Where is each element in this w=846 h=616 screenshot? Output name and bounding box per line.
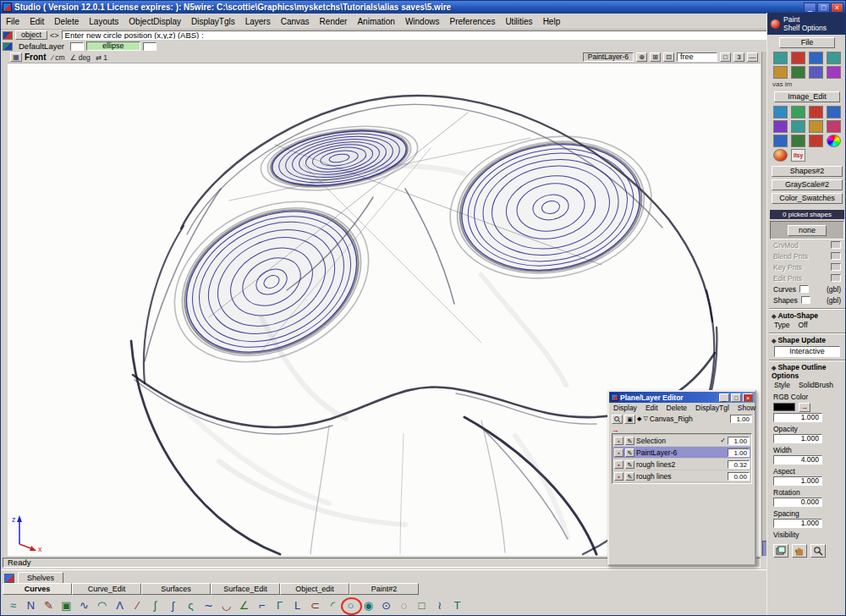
channels-icon[interactable] — [791, 135, 805, 147]
menu-windows[interactable]: Windows — [400, 15, 445, 28]
menu-utilities[interactable]: Utilities — [500, 15, 537, 28]
default-layer-button[interactable]: DefaultLayer — [15, 41, 68, 51]
menu-displaytgls[interactable]: DisplayTgls — [186, 15, 240, 28]
open-shelf-icon[interactable] — [773, 52, 788, 64]
gbl-checkbox[interactable] — [801, 296, 810, 304]
viewport-menu-icon[interactable]: ▦ — [10, 52, 22, 62]
menu-edit[interactable]: Edit — [25, 15, 49, 28]
image-edit-tab[interactable]: Image_Edit — [774, 91, 840, 102]
layer-visibility-toggle[interactable]: ▪ — [614, 437, 624, 445]
hand-pan-icon[interactable] — [792, 544, 807, 558]
layer-paint-toggle[interactable]: ✎ — [625, 448, 634, 457]
layer-opacity-value[interactable]: 1.00 — [728, 448, 750, 457]
layer-editor-menu-displaytgl[interactable]: DisplayTgl — [691, 404, 733, 412]
zoom-in-icon[interactable]: ⊕ — [636, 52, 647, 62]
paint-layer-badge[interactable]: PaintLayer-6 — [583, 52, 634, 62]
prompt-mode-icon[interactable] — [3, 31, 13, 40]
width-value-field[interactable]: 4.000 — [773, 455, 822, 465]
export-file-icon[interactable] — [827, 52, 841, 64]
layer-editor-close-button[interactable]: × — [743, 393, 753, 402]
layer-editor-maximize-button[interactable]: □ — [731, 393, 741, 402]
layer-visibility-toggle[interactable]: ▪ — [614, 460, 624, 469]
shelves-tab[interactable]: Shelves — [18, 572, 63, 583]
shear-icon[interactable] — [809, 106, 823, 118]
layer-editor-titlebar[interactable]: Plane/Layer Editor _ □ × — [609, 392, 755, 403]
shelf-window-icon[interactable] — [4, 574, 14, 583]
layer-opacity-value[interactable]: 0.00 — [728, 472, 750, 481]
viewport-page-button[interactable]: 3 — [733, 52, 744, 62]
open-arc-tool[interactable]: ⊂ — [306, 597, 324, 613]
shelf-tab-surface_edit[interactable]: Surface_Edit — [211, 583, 280, 595]
window-titlebar[interactable]: Studio ( Version 12.0.1 License expires:… — [1, 1, 845, 14]
angle-tool[interactable]: ∠ — [235, 597, 253, 613]
layer-visibility-toggle[interactable]: ▪ — [614, 472, 624, 481]
layer-row-rough-lines[interactable]: ▪✎rough lines0.00 — [613, 470, 750, 481]
circle-tool[interactable]: ○ — [342, 597, 360, 613]
object-selector-button[interactable]: object — [15, 30, 47, 40]
layer-editor-menu-show[interactable]: Show — [733, 404, 760, 412]
paint-sphere-icon[interactable] — [773, 149, 788, 162]
palette-icon[interactable] — [809, 135, 823, 147]
layer-editor-menu-delete[interactable]: Delete — [662, 404, 692, 412]
type-row[interactable]: Type Off — [769, 320, 845, 330]
shelf-tab-object_edit[interactable]: Object_edit — [280, 583, 349, 595]
shelf-button-color-swatches[interactable]: Color_Swatches — [772, 193, 843, 204]
maximize-button[interactable]: □ — [817, 3, 830, 13]
gamma-line-tool[interactable]: Γ — [271, 597, 288, 613]
text-tool[interactable]: T — [448, 597, 466, 613]
layers-icon[interactable] — [773, 544, 788, 558]
close-button[interactable]: × — [831, 3, 843, 13]
gbl-row-curves[interactable]: Curves(gbl) — [769, 283, 845, 294]
concentric-circle-tool[interactable]: ◉ — [360, 597, 377, 613]
shelf-tab-curve_edit[interactable]: Curve_Edit — [72, 583, 141, 595]
shelf-button-grayscale-2[interactable]: GrayScale#2 — [772, 179, 843, 190]
shelf-tab-curves[interactable]: Curves — [3, 583, 72, 595]
type-value[interactable]: Off — [798, 321, 807, 329]
layer-extra-box[interactable] — [143, 42, 157, 51]
wave-curve-tool[interactable]: ∼ — [200, 597, 217, 613]
levels-icon[interactable] — [773, 135, 788, 147]
fit-view-icon[interactable]: ⊡ — [663, 52, 674, 62]
flip-icon[interactable] — [773, 106, 788, 118]
archive-icon[interactable] — [827, 66, 841, 79]
layer-editor-menu-display[interactable]: Display — [609, 404, 641, 412]
layer-editor-minimize-button[interactable]: _ — [719, 393, 729, 402]
center-circle-tool[interactable]: ⊙ — [377, 597, 395, 613]
opacity-value-field[interactable]: 1.000 — [773, 434, 822, 443]
line-tool[interactable]: ⁄ — [129, 597, 146, 613]
layer-paint-toggle[interactable]: ✎ — [625, 472, 634, 481]
invert-icon[interactable] — [773, 120, 788, 133]
layer-swatch-box[interactable] — [70, 42, 84, 51]
menu-render[interactable]: Render — [315, 15, 353, 28]
layer-paint-toggle[interactable]: ✎ — [625, 460, 634, 469]
layer-row-rough-lines2[interactable]: ▪✎rough lines20.32 — [613, 459, 750, 470]
freeform-curve-tool[interactable]: ς — [182, 597, 200, 613]
none-button[interactable]: none — [788, 225, 827, 236]
layer-paint-toggle[interactable]: ✎ — [625, 437, 634, 445]
style-value[interactable]: SolidBrush — [799, 381, 833, 389]
viewport-collapse-icon[interactable]: — — [747, 52, 758, 62]
blend-curve-tool[interactable]: ∿ — [75, 597, 93, 613]
shelf-button-shapes-2[interactable]: Shapes#2 — [772, 166, 843, 177]
itsy-icon[interactable]: itsy — [791, 149, 805, 162]
canvas-plane-name[interactable]: Canvas_Righ — [650, 415, 728, 423]
dashed-circle-tool[interactable]: ◌ — [395, 597, 413, 613]
layer-bar-icon[interactable] — [3, 42, 13, 51]
print-icon[interactable] — [773, 66, 788, 79]
file-tab[interactable]: File — [779, 37, 835, 48]
layer-editor-menu-edit[interactable]: Edit — [641, 404, 662, 412]
new-cv-curve-tool[interactable]: ≈ — [4, 597, 22, 613]
shelf-tab-paint#2[interactable]: Paint#2 — [349, 583, 419, 595]
import-file-icon[interactable] — [809, 52, 823, 64]
mail-icon[interactable] — [809, 66, 823, 79]
menu-file[interactable]: File — [1, 15, 25, 28]
arc-tool[interactable]: ◠ — [93, 597, 111, 613]
crop-icon[interactable] — [827, 120, 841, 133]
menu-help[interactable]: Help — [538, 15, 566, 28]
s-curve-tool[interactable]: ʃ — [164, 597, 182, 613]
layer-zoom-icon[interactable] — [612, 415, 623, 424]
layer-opacity-value[interactable]: 1.00 — [728, 437, 750, 445]
grid-toggle-icon[interactable]: ⊞ — [650, 52, 661, 62]
apply-color-arrow-icon[interactable]: → — [799, 403, 810, 412]
layer-swatch-icon[interactable]: ▣ — [624, 415, 635, 424]
